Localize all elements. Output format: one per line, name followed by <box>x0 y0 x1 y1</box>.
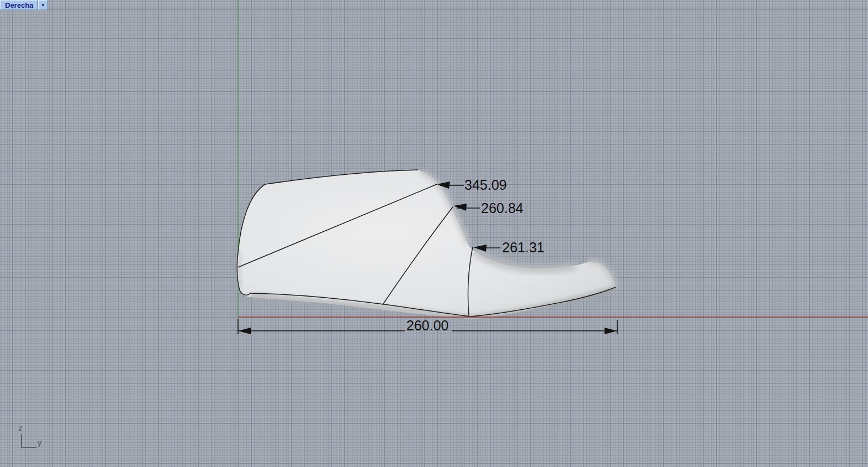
leader-text-261-31[interactable]: 261.31 <box>502 240 544 255</box>
viewport-title-label[interactable]: Derecha <box>0 0 38 10</box>
axis-gizmo <box>22 434 37 448</box>
gizmo-y-label: y <box>38 438 42 447</box>
shoe-last-model[interactable] <box>237 170 616 319</box>
viewport-title-menu-button[interactable]: ▼ <box>38 0 48 10</box>
chevron-down-icon: ▼ <box>41 3 45 8</box>
leader-text-345[interactable]: 345.09 <box>464 178 507 192</box>
dimension-text-260[interactable]: 260.00 <box>406 318 448 333</box>
leader-text-260-84[interactable]: 260.84 <box>481 201 523 215</box>
viewport-canvas[interactable] <box>0 0 868 467</box>
cad-viewport[interactable]: 345.09 260.84 261.31 260.00 Derecha ▼ z … <box>0 0 868 467</box>
viewport-title[interactable]: Derecha ▼ <box>0 0 48 10</box>
gizmo-z-label: z <box>18 424 22 433</box>
